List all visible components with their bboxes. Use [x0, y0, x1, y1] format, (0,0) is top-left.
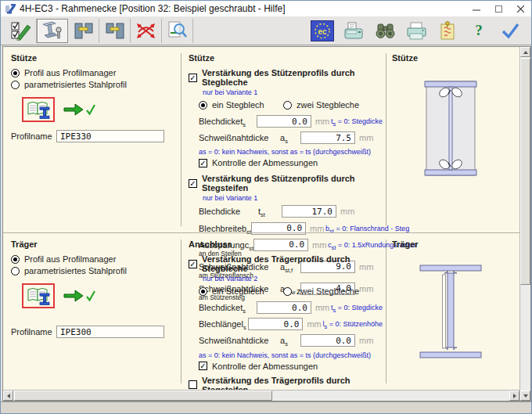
unit-label: mm — [340, 205, 356, 216]
radio-parametrisiert[interactable]: parametrisiertes Stahlprofil — [11, 266, 177, 275]
radio-icon[interactable] — [11, 81, 20, 89]
vertical-scroll-thumb[interactable] — [520, 58, 530, 285]
checkbox-icon[interactable]: ✓ — [199, 159, 207, 167]
ec-label: ec — [318, 27, 327, 35]
minimize-button[interactable] — [466, 1, 487, 16]
checkbox-icon[interactable]: ✓ — [189, 260, 197, 268]
stuetze-profile-panel: Stütze Profil aus Profilmanager parametr… — [11, 53, 177, 142]
confirm-button[interactable] — [498, 20, 522, 41]
ibeam-bolt-icon — [41, 20, 64, 41]
radio-icon[interactable] — [11, 255, 20, 264]
profile-geometry-button[interactable] — [37, 19, 68, 43]
scroll-up-button[interactable] — [520, 47, 530, 57]
radio-zwei-stegbleche[interactable]: zwei Stegbleche — [283, 100, 359, 110]
form-area: Stütze Profil aus Profilmanager parametr… — [3, 47, 519, 390]
radio-zwei-stegbleche[interactable]: zwei Stegbleche — [283, 286, 359, 296]
radio-parametrisiert[interactable]: parametrisiertes Stahlprofil — [11, 80, 177, 89]
field-hint: ts = 0: Stegdicke — [331, 301, 383, 314]
profilmanager-button[interactable] — [22, 283, 55, 308]
checkbox-icon[interactable]: ✓ — [189, 179, 197, 188]
apply-arrow-check-icon — [63, 102, 95, 117]
checkbox-icon[interactable]: ✓ — [199, 362, 207, 370]
as-note: as = 0: kein Nachweis, sonst as = ts (du… — [199, 351, 383, 359]
radio-profilmanager[interactable]: Profil aus Profilmanager — [11, 254, 177, 264]
blechdicke-ts-input[interactable] — [257, 301, 311, 314]
radio-icon[interactable] — [11, 267, 20, 275]
stuetze-profilname-input[interactable] — [56, 130, 164, 142]
checkbox-icon[interactable] — [189, 380, 197, 389]
field-hint: ts = 0: Stegdicke — [331, 115, 383, 128]
checkbox-label: Kontrolle der Abmessungen — [212, 362, 318, 371]
scroll-right-button[interactable] — [509, 391, 519, 401]
scroll-down-button[interactable] — [520, 391, 530, 401]
up-arrow-icon — [523, 51, 528, 54]
scroll-left-button[interactable] — [3, 391, 13, 401]
horizontal-scroll-thumb[interactable] — [14, 391, 272, 401]
search-button[interactable] — [373, 20, 397, 41]
unit-label: mm — [310, 222, 325, 233]
eurocode-button[interactable]: ec — [311, 20, 334, 41]
checkbox-stegsteifen[interactable]: ✓ Verstärkung des Stützenprofils durch S… — [189, 174, 383, 193]
radio-label: parametrisiertes Stahlprofil — [24, 266, 127, 275]
radio-label: parametrisiertes Stahlprofil — [24, 80, 127, 89]
radio-label: ein Stegblech — [212, 286, 264, 296]
print-button[interactable] — [404, 20, 428, 41]
blue-checkmark-icon — [501, 22, 520, 39]
copy-button[interactable] — [342, 20, 365, 41]
blechdicke-tst-input[interactable] — [282, 205, 336, 218]
annotations-button[interactable] — [436, 20, 459, 41]
photocopier-icon — [343, 21, 365, 41]
corner-variant-right-button[interactable] — [99, 19, 131, 43]
radio-label: zwei Stegbleche — [297, 286, 359, 296]
loads-button[interactable] — [131, 19, 162, 43]
anschluss-params-panel: Anschluss ✓ Verstärkung des Trägerprofil… — [189, 239, 383, 390]
radio-profilmanager[interactable]: Profil aus Profilmanager — [11, 68, 177, 77]
checkbox-kontrolle[interactable]: ✓ Kontrolle der Abmessungen — [199, 158, 383, 167]
field-symbol: tst — [258, 205, 282, 218]
right-arrow-icon — [513, 394, 516, 398]
radio-ein-stegblech[interactable]: ein Stegblech — [199, 100, 283, 110]
binoculars-icon — [375, 22, 396, 40]
divider — [181, 239, 182, 383]
corner-variant-left-button[interactable] — [68, 19, 99, 43]
profile-book-icon — [26, 286, 51, 306]
radio-icon[interactable] — [283, 287, 292, 296]
unit-label: mm — [359, 131, 375, 142]
checkbox-icon[interactable]: ✓ — [189, 74, 197, 82]
apply-arrow-check-icon — [63, 288, 95, 304]
schweissnaht-as-input[interactable] — [300, 334, 355, 347]
checkbox-stegbleche[interactable]: ✓ Verstärkung des Stützenprofils durch S… — [189, 68, 383, 87]
checklist-edit-button[interactable] — [5, 19, 37, 43]
radio-label: Profil aus Profilmanager — [24, 68, 116, 77]
checkbox-kontrolle[interactable]: ✓ Kontrolle der Abmessungen — [199, 362, 383, 371]
panel-title: Träger — [392, 239, 516, 249]
schweissnaht-as-input[interactable] — [300, 131, 355, 144]
variant-hint: nur bei Variante 2 — [203, 275, 383, 283]
radio-ein-stegblech[interactable]: ein Stegblech — [199, 286, 283, 296]
panel-title: Stütze — [189, 53, 383, 63]
checkbox-stegsteifen[interactable]: Verstärkung des Trägerprofils durch Steg… — [189, 376, 383, 390]
panel-title: Träger — [11, 239, 177, 249]
traeger-profilname-input[interactable] — [56, 326, 164, 338]
close-button[interactable] — [509, 1, 531, 16]
app-logo-icon — [4, 3, 16, 14]
horizontal-scrollbar[interactable] — [3, 390, 519, 401]
help-button[interactable]: ? — [467, 20, 491, 41]
app-window: 4H-EC3 - Rahmenecke [Position 32: Beispi… — [0, 0, 532, 414]
blechlaenge-ls-input[interactable] — [248, 318, 303, 330]
radio-icon[interactable] — [199, 287, 207, 296]
maximize-button[interactable] — [487, 1, 509, 16]
red-crossed-arrows-icon — [135, 21, 156, 40]
minimize-icon — [473, 5, 480, 13]
profilmanager-button[interactable] — [22, 97, 55, 122]
preview-button[interactable] — [162, 19, 193, 43]
vertical-scrollbar[interactable] — [519, 47, 530, 401]
field-label: Blechbreite — [199, 222, 242, 233]
radio-icon[interactable] — [11, 69, 20, 77]
blechdicke-ts-input[interactable] — [257, 115, 311, 128]
field-label: Blechdicke — [199, 115, 240, 126]
checkbox-stegbleche[interactable]: ✓ Verstärkung des Trägerprofils durch St… — [189, 254, 383, 273]
radio-icon[interactable] — [199, 101, 207, 110]
checkbox-label: Verstärkung des Trägerprofils durch Steg… — [202, 254, 383, 273]
radio-icon[interactable] — [283, 101, 292, 110]
